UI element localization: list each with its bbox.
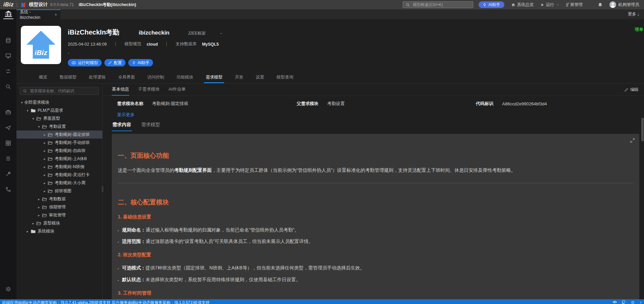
nav-tab-设置[interactable]: 设置	[254, 72, 266, 83]
chevron-right-icon[interactable]: ▸	[42, 133, 47, 137]
chevron-down-icon[interactable]: ▾	[31, 117, 36, 120]
runtime-model-button[interactable]: 运行时模型	[68, 59, 102, 66]
nav-tab-概览[interactable]: 概览	[37, 72, 49, 83]
detail-tab-基本信息[interactable]: 基本信息	[112, 84, 129, 96]
search-icon[interactable]	[0, 79, 16, 94]
chevron-right-icon[interactable]: ›	[640, 301, 641, 304]
folder-open-icon	[48, 149, 53, 153]
nav-tab-全局界面[interactable]: 全局界面	[116, 72, 137, 83]
chevron-right-icon[interactable]: ▸	[42, 141, 47, 145]
chevron-down-icon[interactable]: ▾	[37, 125, 41, 129]
sub-tab-需求内容[interactable]: 需求内容	[112, 122, 132, 131]
detail-tab-子需求模块[interactable]: 子需求模块	[138, 84, 160, 96]
sub-tab-需求模型[interactable]: 需求模型	[141, 122, 161, 131]
tree-item[interactable]: ▾界面原型	[16, 114, 102, 122]
project-name: iBizCheckIn考勤(ibizcheckin)	[79, 2, 136, 8]
chevron-right-icon[interactable]: ▸	[31, 221, 36, 225]
chevron-right-icon[interactable]: ▸	[25, 230, 30, 233]
show-more-link[interactable]: 显示更多	[117, 112, 135, 118]
field-module-name: 需求模块名称 考勤规则-固定排班	[117, 101, 297, 107]
folder-open-icon	[36, 221, 41, 225]
tree-item[interactable]: ▸考勤规则-大小周	[16, 179, 102, 187]
house-arrow-icon	[23, 28, 58, 62]
notifications-button[interactable]	[598, 2, 603, 7]
tree-item[interactable]: ▸考勤规则-灵活打卡	[16, 171, 102, 179]
model-search-box[interactable]	[403, 1, 473, 8]
tree-item[interactable]: ▸考勤数据	[16, 195, 102, 203]
tree-item[interactable]: ▸考勤规则-手动排班	[16, 139, 102, 147]
application-icon: iBiz	[21, 26, 61, 64]
expand-icon[interactable]	[630, 138, 635, 144]
configure-button[interactable]: 配置	[104, 59, 126, 66]
code-icon[interactable]: </>	[613, 300, 616, 304]
monitor-icon[interactable]	[0, 48, 16, 63]
document-tab-bar: 系统 - ibizcheckin × 更多 ↓	[16, 9, 644, 19]
model-search-input[interactable]	[412, 2, 470, 7]
search-icon	[23, 89, 27, 93]
tree-item[interactable]: ▸考勤规则-固定排班	[16, 131, 102, 139]
chevron-right-icon[interactable]: ▸	[37, 205, 41, 209]
chevron-right-icon[interactable]: ▸	[42, 165, 47, 169]
tree-item[interactable]: ▸假期管理	[16, 203, 102, 211]
file-copy-icon[interactable]	[622, 300, 626, 304]
more-tabs-button[interactable]: 更多 ↓	[628, 11, 639, 17]
chevron-right-icon[interactable]: ▸	[37, 213, 41, 217]
chevron-down-icon[interactable]: ▾	[19, 101, 24, 104]
tree-item[interactable]: ▸考勤规则-自由班	[16, 147, 102, 155]
run-menu-button[interactable]: 运行	[541, 2, 559, 8]
edit-button[interactable]: 编辑	[624, 84, 639, 96]
bank-icon[interactable]	[3, 9, 13, 19]
tab-system-ibizcheckin[interactable]: 系统 - ibizcheckin ×	[16, 9, 60, 19]
chevron-right-icon[interactable]: ▸	[42, 157, 47, 161]
tree-search-input[interactable]	[29, 88, 96, 94]
tree-item[interactable]: ▸考勤规则-上A休B	[16, 155, 102, 163]
ai-assistant-header-button[interactable]: AI助手	[128, 59, 153, 66]
tree-item-label: 界面原型	[43, 116, 60, 121]
sync-icon[interactable]	[0, 63, 16, 79]
database-icon[interactable]	[0, 33, 16, 48]
tree-item[interactable]: ▾考勤设置	[16, 122, 102, 131]
list-icon[interactable]	[0, 151, 16, 166]
briefcase-icon[interactable]	[0, 104, 16, 120]
chevron-right-icon[interactable]: ▸	[42, 189, 47, 193]
document-body: 一、页面核心功能这是一个面向企业管理员的考勤规则配置界面，主要用于为特定员工群体…	[118, 151, 633, 304]
tools-icon[interactable]	[0, 166, 16, 182]
nav-tab-功能模块[interactable]: 功能模块	[175, 72, 195, 83]
tree-item[interactable]: ▸系统模块	[16, 227, 102, 235]
chevron-right-icon[interactable]: ▸	[42, 149, 47, 153]
send-icon[interactable]	[0, 120, 16, 135]
bug-icon[interactable]	[631, 300, 635, 304]
extension-management-button[interactable]: 扩展管理	[566, 2, 583, 8]
chevron-down-icon[interactable]: ▾	[25, 109, 30, 112]
grid-icon[interactable]	[0, 135, 16, 151]
nav-tab-数据模型[interactable]: 数据模型	[58, 72, 78, 83]
panel-splitter[interactable]	[102, 187, 103, 192]
user-menu[interactable]: 机构管理员	[609, 1, 640, 8]
app-version: 9.0.0-beta.71	[50, 2, 74, 7]
corner-link[interactable]: 理单	[635, 27, 643, 33]
field-label: 需求模块名称	[117, 101, 143, 107]
chevron-right-icon[interactable]: ▸	[42, 181, 47, 185]
tree-item[interactable]: ▾PLM产品需求	[16, 106, 102, 114]
nav-tab-访问控制[interactable]: 访问控制	[146, 72, 166, 83]
tree-item[interactable]: ▾全部需求模块	[16, 98, 102, 106]
tree-search-box[interactable]	[20, 87, 99, 95]
nav-tab-处理逻辑[interactable]: 处理逻辑	[87, 72, 107, 83]
detail-tab-AI作业单[interactable]: AI作业单	[168, 84, 186, 96]
tree-item[interactable]: ▸审批管理	[16, 211, 102, 219]
chevron-right-icon[interactable]: ▸	[42, 173, 47, 177]
tree-item[interactable]: ▸考勤规则-N班倒	[16, 163, 102, 171]
more-label: 更多	[628, 11, 636, 17]
close-icon[interactable]: ×	[54, 12, 57, 17]
nav-tab-需求模型[interactable]: 需求模型	[204, 72, 224, 83]
chevron-right-icon[interactable]: ▸	[37, 197, 41, 201]
ai-assistant-button[interactable]: AI助手	[479, 1, 504, 8]
system-overview-button[interactable]: 系统总览	[511, 2, 534, 8]
tree-item[interactable]: ▸原型模块	[16, 219, 102, 227]
vertical-scrollbar[interactable]	[641, 118, 644, 141]
gear-icon[interactable]	[0, 281, 16, 297]
pipeline-icon[interactable]	[0, 182, 16, 197]
nav-tab-开发[interactable]: 开发	[233, 72, 245, 83]
tree-item[interactable]: ▸排班视图	[16, 187, 102, 195]
nav-tab-模型查询[interactable]: 模型查询	[275, 72, 295, 83]
